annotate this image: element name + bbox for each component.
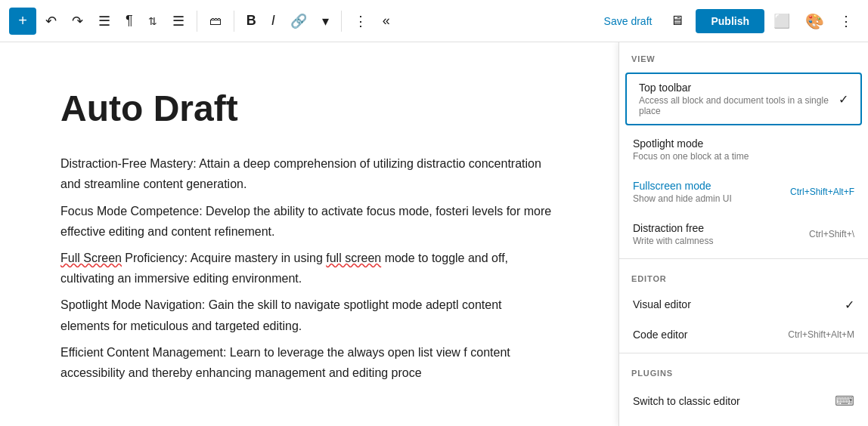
divider-plugins	[619, 353, 868, 353]
spotlight-mode-title: Spotlight mode	[633, 137, 854, 150]
save-draft-button[interactable]: Save draft	[595, 9, 662, 33]
user-avatar-icon: 🎨	[805, 12, 824, 30]
bold-icon: B	[246, 13, 256, 29]
divider-editor	[619, 258, 868, 259]
editor-body: Distraction-Free Mastery: Attain a deep …	[60, 153, 552, 383]
top-toolbar-title: Top toolbar	[639, 82, 848, 94]
distraction-free-item[interactable]: Distraction free Write with calmness Ctr…	[619, 213, 868, 255]
paragraph-3[interactable]: Full Screen Proficiency: Acquire mastery…	[60, 248, 552, 289]
vertical-dots-icon: ⋮	[354, 13, 367, 29]
redo-icon: ↷	[72, 13, 83, 29]
sidebar-toggle-button[interactable]: ⬜	[767, 8, 796, 34]
divider-2	[234, 11, 234, 32]
spotlight-mode-item[interactable]: Spotlight mode Focus on one block at a t…	[619, 128, 868, 171]
editor-section-label: EDITOR	[619, 262, 868, 289]
code-editor-item[interactable]: Code editor Ctrl+Shift+Alt+M	[619, 320, 868, 350]
paragraph-5[interactable]: Efficient Content Management: Learn to l…	[60, 342, 552, 383]
list-icon: ☰	[98, 13, 110, 29]
editor-area[interactable]: Auto Draft Distraction-Free Mastery: Att…	[0, 42, 618, 426]
visual-editor-title: Visual editor	[633, 298, 854, 310]
text-content: Efficient Content Management: Learn to l…	[60, 346, 510, 379]
desktop-icon: 🖥	[670, 13, 684, 29]
view-menu-panel: VIEW Top toolbar Access all block and do…	[618, 42, 868, 426]
text-content-pre: Full Screen Proficiency: Acquire mastery…	[60, 252, 508, 285]
top-toolbar-check: ✓	[839, 92, 848, 106]
switch-classic-editor-item[interactable]: Switch to classic editor ⌨	[619, 384, 868, 418]
fullscreen-mode-item[interactable]: Fullscreen mode Show and hide admin UI C…	[619, 171, 868, 213]
link-icon: 🔗	[290, 13, 307, 29]
paragraph-1[interactable]: Distraction-Free Mastery: Attain a deep …	[60, 153, 552, 194]
distraction-free-shortcut: Ctrl+Shift+\	[809, 229, 854, 239]
undo-icon: ↶	[45, 13, 57, 29]
main-options-icon: ⋮	[839, 13, 853, 29]
text-content: Spotlight Mode Navigation: Gain the skil…	[60, 298, 501, 332]
paragraph-4[interactable]: Spotlight Mode Navigation: Gain the skil…	[60, 295, 552, 335]
plugins-section-label: PLUGINS	[619, 357, 868, 384]
divider-1	[197, 11, 197, 32]
divider-3	[341, 11, 342, 32]
text-content: Distraction-Free Mastery: Attain a deep …	[60, 157, 541, 190]
switch-classic-editor-title: Switch to classic editor	[633, 395, 740, 407]
collapse-button[interactable]: «	[377, 8, 396, 33]
chevron-down-icon: ▾	[322, 13, 329, 29]
main-options-button[interactable]: ⋮	[833, 8, 859, 34]
arrows-icon: ⇅	[148, 15, 157, 27]
keyboard-icon: ⌨	[835, 393, 854, 409]
database-button[interactable]: 🗃	[203, 10, 228, 32]
paragraph-icon: ¶	[126, 13, 133, 29]
main-content: Auto Draft Distraction-Free Mastery: Att…	[0, 42, 868, 426]
desktop-preview-button[interactable]: 🖥	[664, 8, 690, 33]
visual-editor-check: ✓	[845, 298, 854, 312]
paragraph-2[interactable]: Focus Mode Competence: Develop the abili…	[60, 201, 552, 242]
plus-icon: +	[18, 12, 27, 29]
toolbar: + ↶ ↷ ☰ ¶ ⇅ ☰ 🗃 B I 🔗 ▾ ⋮ « Save draft 🖥	[0, 0, 868, 42]
align-icon: ☰	[172, 13, 184, 29]
user-avatar-button[interactable]: 🎨	[799, 8, 830, 35]
collapse-icon: «	[383, 13, 390, 29]
publish-button[interactable]: Publish	[696, 9, 764, 33]
undo-button[interactable]: ↶	[39, 8, 63, 34]
italic-button[interactable]: I	[265, 8, 281, 33]
database-icon: 🗃	[209, 14, 222, 28]
move-button[interactable]: ⇅	[142, 11, 163, 32]
more-formats-button[interactable]: ▾	[316, 8, 335, 34]
post-title[interactable]: Auto Draft	[60, 88, 558, 129]
redo-button[interactable]: ↷	[66, 8, 89, 34]
top-toolbar-desc: Access all block and document tools in a…	[639, 95, 848, 116]
text-content: Focus Mode Competence: Develop the abili…	[60, 205, 551, 238]
fullscreen-shortcut: Ctrl+Shift+Alt+F	[790, 187, 854, 197]
view-section-label: VIEW	[619, 42, 868, 69]
list-view-button[interactable]: ☰	[92, 8, 116, 34]
align-button[interactable]: ☰	[166, 8, 191, 34]
options-button[interactable]: ⋮	[348, 8, 374, 34]
code-editor-shortcut: Ctrl+Shift+Alt+M	[788, 329, 854, 340]
italic-icon: I	[271, 13, 275, 29]
link-button[interactable]: 🔗	[284, 8, 313, 34]
add-block-button[interactable]: +	[9, 8, 36, 35]
paragraph-button[interactable]: ¶	[119, 8, 139, 33]
top-toolbar-item[interactable]: Top toolbar Access all block and documen…	[625, 73, 862, 125]
bold-button[interactable]: B	[240, 8, 262, 33]
sidebar-icon: ⬜	[773, 13, 790, 29]
visual-editor-item[interactable]: Visual editor ✓	[619, 289, 868, 320]
spotlight-mode-desc: Focus on one block at a time	[633, 151, 854, 162]
